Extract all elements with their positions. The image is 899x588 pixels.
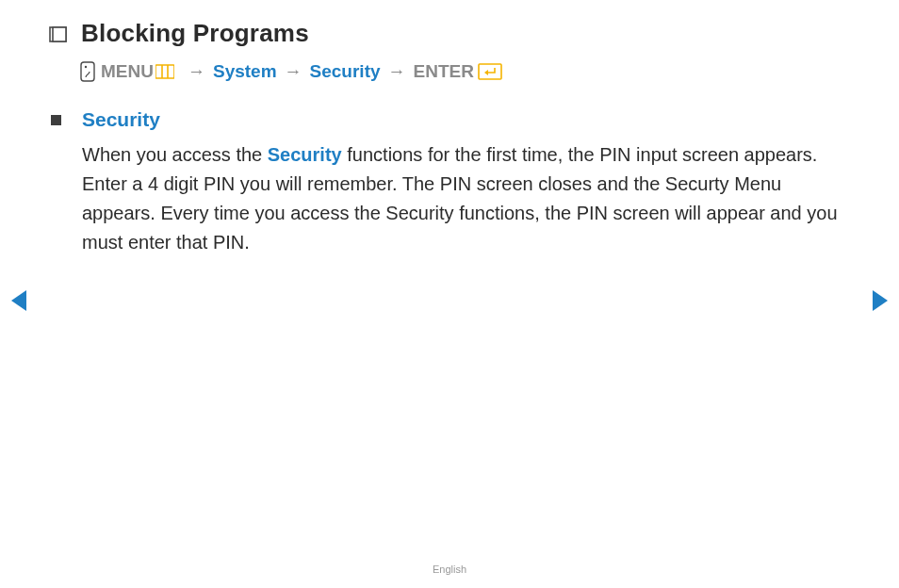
breadcrumb-system[interactable]: System	[213, 61, 277, 82]
inline-security-link[interactable]: Security	[268, 144, 342, 165]
prev-page-button[interactable]	[11, 290, 26, 311]
svg-rect-7	[479, 64, 501, 79]
para-text: When you access the	[82, 144, 268, 165]
remote-icon	[80, 61, 95, 82]
breadcrumb-arrow: →	[188, 61, 205, 82]
page-content: Blocking Programs MENU → System → Securi…	[0, 0, 899, 276]
next-page-button[interactable]	[873, 290, 888, 311]
section: Security When you access the Security fu…	[51, 108, 842, 257]
svg-rect-4	[155, 65, 174, 78]
breadcrumb-arrow: →	[388, 61, 406, 82]
title-row: Blocking Programs	[49, 19, 842, 48]
breadcrumb-arrow: →	[285, 61, 302, 82]
enter-icon	[478, 63, 502, 80]
square-bullet-icon	[51, 115, 61, 125]
svg-rect-2	[81, 62, 94, 81]
section-body: Security When you access the Security fu…	[82, 108, 842, 257]
breadcrumb-enter: ENTER	[414, 61, 474, 82]
book-icon	[49, 25, 68, 44]
menu-grid-icon	[155, 64, 174, 79]
footer-language: English	[0, 564, 899, 575]
breadcrumb-security[interactable]: Security	[310, 61, 381, 82]
svg-point-3	[85, 66, 87, 68]
section-paragraph: When you access the Security functions f…	[82, 140, 842, 257]
breadcrumb: MENU → System → Security → ENTER	[80, 61, 842, 82]
breadcrumb-menu: MENU	[101, 61, 154, 82]
page-title: Blocking Programs	[81, 19, 309, 48]
section-heading: Security	[82, 108, 842, 131]
svg-rect-1	[53, 27, 66, 41]
